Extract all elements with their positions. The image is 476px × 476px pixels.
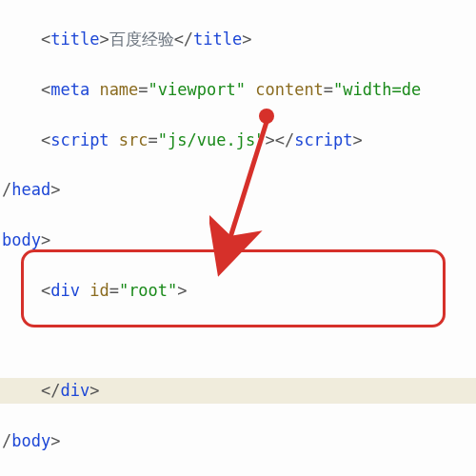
code-line: <meta name="viewport" content="width=de	[0, 77, 476, 102]
code-line: /body>	[0, 428, 476, 453]
code-line: /head>	[0, 177, 476, 202]
code-line: <title>百度经验</title>	[0, 27, 476, 51]
code-line: <div id="root">	[0, 278, 476, 303]
code-line	[0, 327, 476, 352]
code-line: body>	[0, 228, 476, 252]
code-line: <script src="js/vue.js"></script>	[0, 128, 476, 152]
code-line-highlighted: </div>	[0, 378, 476, 403]
code-block: <title>百度经验</title> <meta name="viewport…	[0, 0, 476, 476]
